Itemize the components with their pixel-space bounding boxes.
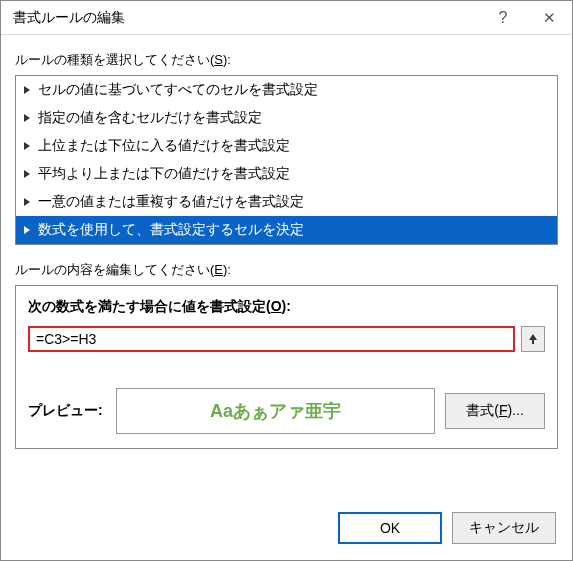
rule-edit-accel: E bbox=[214, 262, 223, 277]
rule-edit-panel: 次の数式を満たす場合に値を書式設定(O): プレビュー: Aaあぁアァ亜宇 書式… bbox=[15, 285, 558, 449]
rule-type-item[interactable]: 平均より上または下の値だけを書式設定 bbox=[16, 160, 557, 188]
rule-type-item[interactable]: セルの値に基づいてすべてのセルを書式設定 bbox=[16, 76, 557, 104]
rule-type-accel: S bbox=[214, 52, 223, 67]
range-selector-button[interactable] bbox=[521, 326, 545, 352]
preview-row: プレビュー: Aaあぁアァ亜宇 書式(F)... bbox=[28, 388, 545, 434]
formula-title-post: ): bbox=[282, 298, 291, 314]
rule-edit-label: ルールの内容を編集してください(E): bbox=[15, 261, 558, 279]
ok-button[interactable]: OK bbox=[338, 512, 442, 544]
arrow-icon bbox=[24, 226, 30, 234]
collapse-icon bbox=[527, 333, 539, 345]
formula-input[interactable] bbox=[28, 326, 515, 352]
dialog-window: 書式ルールの編集 ? ✕ ルールの種類を選択してください(S): セルの値に基づ… bbox=[0, 0, 573, 561]
rule-type-label-pre: ルールの種類を選択してください( bbox=[15, 52, 214, 67]
arrow-icon bbox=[24, 142, 30, 150]
dialog-footer: OK キャンセル bbox=[1, 500, 572, 560]
formula-title: 次の数式を満たす場合に値を書式設定(O): bbox=[28, 298, 545, 316]
rule-type-item-label: 上位または下位に入る値だけを書式設定 bbox=[38, 137, 290, 155]
preview-sample: Aaあぁアァ亜宇 bbox=[116, 388, 435, 434]
arrow-icon bbox=[24, 114, 30, 122]
preview-label: プレビュー: bbox=[28, 402, 106, 420]
rule-type-item[interactable]: 上位または下位に入る値だけを書式設定 bbox=[16, 132, 557, 160]
formula-accel: O bbox=[271, 298, 282, 314]
titlebar: 書式ルールの編集 ? ✕ bbox=[1, 1, 572, 35]
help-button[interactable]: ? bbox=[480, 1, 526, 34]
format-button-post: )... bbox=[507, 402, 523, 418]
rule-type-listbox[interactable]: セルの値に基づいてすべてのセルを書式設定指定の値を含むセルだけを書式設定上位また… bbox=[15, 75, 558, 245]
dialog-title: 書式ルールの編集 bbox=[13, 9, 480, 27]
arrow-icon bbox=[24, 198, 30, 206]
arrow-icon bbox=[24, 86, 30, 94]
rule-type-item[interactable]: 一意の値または重複する値だけを書式設定 bbox=[16, 188, 557, 216]
format-button-pre: 書式( bbox=[466, 402, 499, 418]
format-button[interactable]: 書式(F)... bbox=[445, 393, 545, 429]
dialog-body: ルールの種類を選択してください(S): セルの値に基づいてすべてのセルを書式設定… bbox=[1, 35, 572, 500]
svg-rect-0 bbox=[532, 340, 534, 344]
rule-type-item-label: セルの値に基づいてすべてのセルを書式設定 bbox=[38, 81, 318, 99]
formula-title-pre: 次の数式を満たす場合に値を書式設定( bbox=[28, 298, 271, 314]
rule-edit-label-post: ): bbox=[223, 262, 231, 277]
close-button[interactable]: ✕ bbox=[526, 1, 572, 34]
cancel-button[interactable]: キャンセル bbox=[452, 512, 556, 544]
formula-row bbox=[28, 326, 545, 352]
rule-edit-label-pre: ルールの内容を編集してください( bbox=[15, 262, 214, 277]
rule-type-item[interactable]: 数式を使用して、書式設定するセルを決定 bbox=[16, 216, 557, 244]
rule-type-item-label: 平均より上または下の値だけを書式設定 bbox=[38, 165, 290, 183]
arrow-icon bbox=[24, 170, 30, 178]
rule-type-item-label: 一意の値または重複する値だけを書式設定 bbox=[38, 193, 304, 211]
rule-type-item-label: 数式を使用して、書式設定するセルを決定 bbox=[38, 221, 304, 239]
rule-type-label: ルールの種類を選択してください(S): bbox=[15, 51, 558, 69]
rule-type-item-label: 指定の値を含むセルだけを書式設定 bbox=[38, 109, 262, 127]
rule-type-item[interactable]: 指定の値を含むセルだけを書式設定 bbox=[16, 104, 557, 132]
rule-type-label-post: ): bbox=[223, 52, 231, 67]
